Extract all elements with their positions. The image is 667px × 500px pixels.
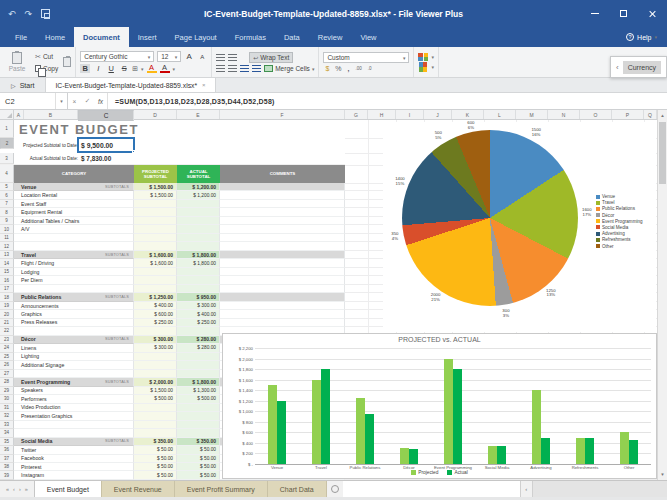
comments-cell[interactable] [220, 302, 345, 310]
projected-cell[interactable] [134, 276, 177, 284]
actual-cell[interactable] [177, 200, 220, 208]
strikethrough-button[interactable]: S [119, 64, 129, 73]
menu-tab-review[interactable]: Review [309, 27, 352, 47]
comments-cell[interactable] [220, 268, 345, 276]
actual-cell[interactable] [177, 412, 220, 420]
italic-button[interactable]: I [93, 64, 103, 73]
line-item-cell[interactable]: A/V [14, 225, 134, 233]
projected-cell[interactable] [134, 234, 177, 242]
row-number[interactable]: 36 [0, 446, 14, 454]
pie-chart[interactable] [402, 130, 578, 306]
menu-tab-view[interactable]: View [351, 27, 385, 47]
header-actual[interactable]: ACTUAL SUBTOTAL [177, 165, 220, 183]
column-header-d[interactable]: D [134, 110, 177, 119]
actual-cell[interactable]: $ 300.00 [177, 302, 220, 310]
projected-cell[interactable] [134, 421, 177, 429]
category-section-cell[interactable]: DécorSUBTOTALS [14, 336, 134, 344]
name-box[interactable]: C2 [0, 93, 56, 109]
row-number[interactable]: 15 [0, 268, 14, 276]
actual-cell[interactable]: $ 280.00 [177, 344, 220, 352]
vertical-scrollbar-thumb[interactable] [659, 122, 666, 184]
header-category[interactable]: CATEGORY [14, 165, 134, 183]
align-middle-icon[interactable] [228, 54, 237, 61]
comments-cell[interactable] [220, 259, 345, 267]
actual-cell[interactable]: $ 500.00 [177, 395, 220, 403]
column-header-m[interactable]: M [516, 110, 548, 119]
pie-chart-panel[interactable]: 150016%160017%125013%3003%200021%3504%14… [383, 122, 656, 332]
decrease-indent-icon[interactable] [240, 65, 249, 72]
header-comments[interactable]: COMMENTS [220, 165, 345, 183]
actual-cell[interactable]: $ 350.00 [177, 438, 220, 446]
wrap-text-button[interactable]: ↩ Wrap Text [249, 52, 293, 63]
projected-cell[interactable] [134, 217, 177, 225]
column-header-j[interactable]: J [424, 110, 452, 119]
actual-subtotal-value[interactable]: $ 7,830.00 [78, 153, 134, 164]
row-number[interactable]: 34 [0, 429, 14, 437]
increase-decimal-icon[interactable]: .00 [355, 66, 361, 71]
row-number[interactable]: 14 [0, 259, 14, 267]
line-item-cell[interactable]: Linens [14, 344, 134, 352]
menu-tab-formulas[interactable]: Formulas [226, 27, 275, 47]
projected-cell[interactable]: $ 1,600.00 [134, 251, 177, 259]
projected-cell[interactable]: $ 50.00 [134, 455, 177, 463]
font-color-button[interactable]: A [160, 64, 170, 73]
row-number[interactable]: 24 [0, 344, 14, 352]
prev-sheet-icon[interactable]: ‹ [13, 486, 15, 492]
insert-function-icon[interactable]: fx [94, 93, 107, 109]
comments-cell[interactable] [220, 251, 345, 259]
comments-cell[interactable] [220, 276, 345, 284]
projected-cell[interactable] [134, 242, 177, 250]
column-header-q[interactable]: Q [644, 110, 657, 119]
line-item-cell[interactable]: Additional Signage [14, 361, 134, 369]
line-item-cell[interactable]: Press Releases [14, 319, 134, 327]
sheet-title[interactable]: EVENT BUDGET [14, 120, 345, 138]
line-item-cell[interactable]: Instagram [14, 471, 134, 479]
actual-cell[interactable] [177, 268, 220, 276]
row-number[interactable]: 25 [0, 353, 14, 361]
row-number[interactable]: 39 [0, 471, 14, 479]
first-sheet-icon[interactable]: « [6, 486, 9, 492]
row-number[interactable]: 35 [0, 438, 14, 446]
row-number[interactable]: 33 [0, 421, 14, 429]
row-number[interactable]: 32 [0, 412, 14, 420]
currency-format-icon[interactable]: $ [325, 65, 329, 72]
category-section-cell[interactable]: Public RelationsSUBTOTALS [14, 293, 134, 301]
actual-cell[interactable]: $ 1,800.00 [177, 259, 220, 267]
projected-cell[interactable]: $ 1,500.00 [134, 183, 177, 191]
line-item-cell[interactable]: Graphics [14, 310, 134, 318]
menu-tab-insert[interactable]: Insert [129, 27, 166, 47]
projected-cell[interactable] [134, 225, 177, 233]
projected-cell[interactable] [134, 353, 177, 361]
fill-handle[interactable] [132, 150, 135, 153]
actual-cell[interactable]: $ 1,200.00 [177, 183, 220, 191]
projected-cell[interactable]: $ 1,600.00 [134, 259, 177, 267]
redo-icon[interactable]: ↷ [25, 9, 33, 19]
row-number[interactable]: 10 [0, 225, 14, 233]
underline-button[interactable]: U [106, 64, 116, 73]
projected-cell[interactable] [134, 361, 177, 369]
line-item-cell[interactable] [14, 234, 134, 242]
row-number[interactable]: 26 [0, 361, 14, 369]
cancel-entry-icon[interactable]: × [68, 93, 81, 109]
sheet-tab-event-revenue[interactable]: Event Revenue [102, 481, 175, 497]
line-item-cell[interactable]: Event Staff [14, 200, 134, 208]
line-item-cell[interactable] [14, 285, 134, 293]
row-number[interactable]: 30 [0, 395, 14, 403]
sheet-tab-event-budget[interactable]: Event Budget [34, 481, 102, 497]
row-number[interactable]: 22 [0, 327, 14, 335]
minimize-button[interactable] [580, 0, 609, 27]
actual-cell[interactable]: $ 1,200.00 [177, 191, 220, 199]
undo-icon[interactable]: ↶ [8, 9, 16, 19]
projected-cell[interactable]: $ 600.00 [134, 310, 177, 318]
actual-cell[interactable] [177, 327, 220, 335]
actual-cell[interactable] [177, 242, 220, 250]
save-icon[interactable] [41, 9, 50, 18]
paste-special-icon[interactable] [63, 57, 71, 67]
comments-cell[interactable] [220, 285, 345, 293]
projected-cell[interactable]: $ 2,000.00 [134, 378, 177, 386]
column-header-k[interactable]: K [452, 110, 484, 119]
borders-icon[interactable]: ⊞ [132, 65, 138, 73]
cell-styles-icon[interactable] [419, 62, 427, 72]
row-number[interactable]: 8 [0, 208, 14, 216]
row-number[interactable]: 29 [0, 387, 14, 395]
